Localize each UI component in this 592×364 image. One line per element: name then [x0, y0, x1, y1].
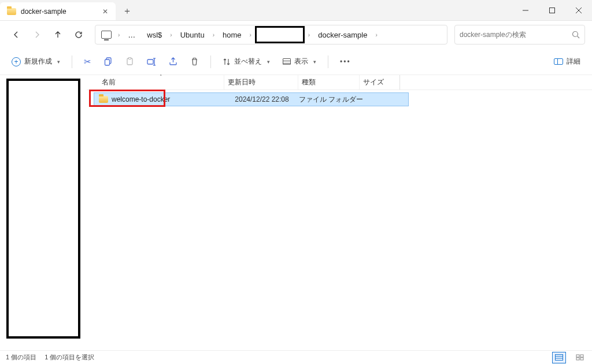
- navigation-sidebar[interactable]: [0, 75, 87, 350]
- svg-rect-10: [147, 60, 153, 64]
- icons-view-button[interactable]: [574, 352, 586, 363]
- svg-rect-17: [576, 355, 579, 357]
- folder-icon: [7, 8, 16, 15]
- breadcrumb-wsl[interactable]: wsl$: [142, 28, 166, 42]
- chevron-right-icon: ›: [249, 32, 253, 38]
- svg-rect-18: [580, 355, 583, 357]
- active-tab[interactable]: docker-sample ✕: [0, 2, 116, 20]
- sidebar-redacted: [6, 79, 80, 339]
- plus-icon: +: [12, 57, 21, 66]
- sort-label: 並べ替え: [234, 57, 262, 66]
- more-button[interactable]: •••: [335, 53, 356, 70]
- share-icon: [169, 57, 177, 66]
- separator: [72, 55, 72, 68]
- cut-button[interactable]: ✂: [79, 53, 96, 70]
- more-icon: •••: [340, 58, 351, 66]
- share-button[interactable]: [164, 53, 182, 70]
- rename-icon: [147, 57, 156, 66]
- maximize-button[interactable]: [539, 0, 565, 20]
- search-input[interactable]: [460, 31, 568, 39]
- view-icon: [283, 58, 291, 65]
- breadcrumb-ubuntu[interactable]: Ubuntu: [176, 28, 209, 42]
- pc-icon: [101, 31, 112, 39]
- separator: [328, 55, 328, 68]
- minimize-button[interactable]: [512, 0, 539, 20]
- chevron-right-icon: ›: [212, 32, 216, 38]
- address-bar: › … wsl$ › Ubuntu › home › › docker-samp…: [0, 21, 592, 49]
- column-kind[interactable]: 種類: [298, 75, 360, 90]
- chevron-right-icon: ›: [169, 32, 173, 38]
- breadcrumb-redacted[interactable]: [255, 26, 305, 43]
- refresh-button[interactable]: [69, 25, 88, 44]
- view-button[interactable]: 表示 ▾: [278, 53, 321, 70]
- sort-icon: [223, 58, 231, 66]
- svg-rect-7: [105, 60, 110, 65]
- main-area: ˄ 名前 更新日時 種類 サイズ welcome-to-docker 2024/…: [0, 75, 592, 350]
- svg-line-5: [578, 36, 580, 39]
- toolbar: + 新規作成 ▾ ✂ 並べ替え ▾ 表示 ▾ ••• 詳細: [0, 49, 592, 75]
- delete-icon: [190, 57, 199, 66]
- copy-icon: [104, 57, 113, 66]
- titlebar: docker-sample ✕ ＋: [0, 0, 592, 21]
- status-count: 1 個の項目: [6, 353, 36, 362]
- rename-button[interactable]: [142, 53, 161, 70]
- back-button[interactable]: [7, 25, 25, 44]
- details-view-button[interactable]: [553, 352, 565, 363]
- breadcrumb-docker-sample[interactable]: docker-sample: [313, 28, 372, 42]
- copy-button[interactable]: [99, 53, 117, 70]
- file-kind: ファイル フォルダー: [299, 93, 368, 106]
- search-box[interactable]: [454, 25, 585, 44]
- separator: [210, 55, 211, 68]
- column-headers[interactable]: ˄ 名前 更新日時 種類 サイズ: [87, 75, 592, 90]
- status-selected: 1 個の項目を選択: [45, 353, 94, 362]
- file-name: welcome-to-docker: [112, 95, 170, 103]
- breadcrumb-home[interactable]: home: [218, 28, 246, 42]
- svg-rect-9: [129, 58, 131, 60]
- tab-title: docker-sample: [21, 8, 96, 16]
- chevron-down-icon: ▾: [313, 59, 316, 65]
- up-button[interactable]: [49, 25, 67, 44]
- chevron-right-icon: ›: [307, 32, 311, 38]
- search-icon: [572, 31, 580, 39]
- details-pane-button[interactable]: 詳細: [549, 53, 585, 70]
- sort-button[interactable]: 並べ替え ▾: [218, 53, 275, 70]
- window-controls: [512, 0, 592, 20]
- forward-button[interactable]: [28, 25, 46, 44]
- new-button[interactable]: + 新規作成 ▾: [7, 53, 65, 70]
- column-size[interactable]: サイズ: [360, 75, 400, 90]
- chevron-down-icon: ▾: [57, 59, 60, 65]
- svg-point-4: [573, 32, 578, 37]
- svg-rect-20: [580, 358, 583, 360]
- new-tab-button[interactable]: ＋: [116, 2, 139, 20]
- view-label: 表示: [294, 57, 308, 66]
- column-name[interactable]: ˄ 名前: [98, 75, 224, 90]
- folder-icon: [99, 96, 108, 103]
- details-icon: [554, 58, 563, 65]
- file-list: ˄ 名前 更新日時 種類 サイズ welcome-to-docker 2024/…: [87, 75, 592, 350]
- new-label: 新規作成: [24, 57, 52, 66]
- svg-rect-14: [556, 355, 563, 361]
- chevron-right-icon: ›: [374, 32, 378, 38]
- svg-rect-1: [550, 8, 555, 13]
- chevron-down-icon: ▾: [267, 59, 270, 65]
- close-tab-button[interactable]: ✕: [101, 7, 110, 16]
- close-window-button[interactable]: [565, 0, 592, 20]
- delete-button[interactable]: [186, 53, 204, 70]
- status-bar: 1 個の項目 1 個の項目を選択: [0, 350, 592, 364]
- breadcrumb-overflow[interactable]: …: [123, 28, 140, 42]
- table-row[interactable]: welcome-to-docker 2024/12/22 22:08 ファイル …: [94, 92, 409, 106]
- cut-icon: ✂: [84, 57, 91, 67]
- breadcrumb[interactable]: › … wsl$ › Ubuntu › home › › docker-samp…: [95, 25, 447, 44]
- details-label: 詳細: [567, 57, 580, 66]
- file-date: 2024/12/22 22:08: [225, 93, 299, 106]
- chevron-right-icon: ›: [117, 32, 121, 38]
- paste-button[interactable]: [121, 53, 139, 70]
- svg-rect-19: [576, 358, 579, 360]
- sort-asc-icon: ˄: [160, 74, 162, 80]
- paste-icon: [125, 57, 134, 66]
- column-date[interactable]: 更新日時: [224, 75, 298, 90]
